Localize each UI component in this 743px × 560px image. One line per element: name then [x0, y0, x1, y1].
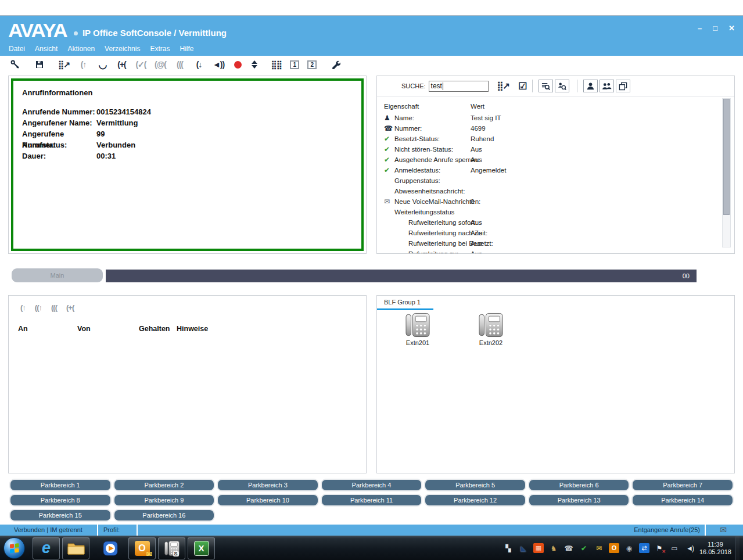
- avaya-logo: AVAYA: [8, 20, 67, 40]
- menu-item[interactable]: Datei: [9, 45, 25, 53]
- taskbar-outlook[interactable]: O✉: [128, 537, 156, 559]
- pickup-held-icon[interactable]: ((↑: [35, 303, 42, 312]
- tray-icon[interactable]: ⚑: [654, 543, 665, 553]
- park-area-button[interactable]: Parkbereich 15: [9, 509, 112, 522]
- park-area-button[interactable]: Parkbereich 1: [9, 479, 112, 491]
- menu-item[interactable]: Verzeichnis: [105, 45, 140, 53]
- menu-item[interactable]: Extras: [150, 45, 170, 53]
- voicemail-envelope-icon[interactable]: ✉: [720, 525, 727, 534]
- park-area-button[interactable]: Parkbereich 11: [321, 494, 423, 507]
- save-profile-icon[interactable]: [34, 60, 45, 69]
- cascade-windows-button[interactable]: [616, 80, 630, 92]
- dialpad-icon[interactable]: ⣿⣿: [271, 60, 282, 69]
- make-call-icon[interactable]: ⣿↗: [58, 60, 70, 69]
- hangup-icon[interactable]: ◡: [97, 60, 108, 70]
- search-person-button[interactable]: [555, 80, 569, 92]
- softconsole-s-badge: S: [173, 551, 179, 557]
- dial-search-icon[interactable]: ⣿↗: [497, 81, 510, 91]
- park-area-button[interactable]: Parkbereich 8: [9, 494, 112, 507]
- select-check-icon[interactable]: ☑: [518, 80, 526, 92]
- tray-icon[interactable]: ▚: [503, 543, 514, 553]
- record-call-icon[interactable]: [234, 61, 242, 69]
- park-area-button[interactable]: Parkbereich 3: [217, 479, 319, 491]
- reattempt-transfer-icon[interactable]: (@(: [155, 60, 166, 69]
- park-area-button[interactable]: Parkbereich 10: [217, 494, 319, 507]
- tray-icon[interactable]: ✉: [594, 543, 604, 553]
- park-area-button[interactable]: Parkbereich 16: [113, 509, 216, 522]
- show-groups-button[interactable]: [600, 80, 614, 92]
- show-users-button[interactable]: [583, 80, 598, 92]
- call-info-row: Angerufene Nummer: 99: [22, 128, 353, 139]
- blf-extension[interactable]: Extn202: [472, 312, 509, 346]
- page-icon[interactable]: ◄)): [213, 60, 224, 69]
- menu-item[interactable]: Aktionen: [67, 45, 95, 53]
- tray-icon[interactable]: ⇄: [639, 543, 649, 553]
- blf-extension[interactable]: Extn201: [399, 312, 436, 346]
- active-call-border: Anrufinformationen Anrufende Nummer: 001…: [11, 78, 364, 251]
- park-area-button[interactable]: Parkbereich 7: [631, 479, 734, 491]
- tray-icon[interactable]: ◉: [624, 543, 634, 553]
- park-area-button[interactable]: Parkbereich 5: [424, 479, 526, 491]
- park-area-button[interactable]: Parkbereich 6: [528, 479, 630, 491]
- taskbar-clock[interactable]: 11:39 16.05.2018: [699, 541, 731, 556]
- folder-icon: [67, 542, 85, 555]
- queue-tab-main[interactable]: Main: [12, 268, 103, 282]
- park-area-button[interactable]: Parkbereich 4: [321, 479, 423, 491]
- directory-property: Gruppenstatus:: [394, 177, 440, 184]
- call-info-row: Dauer: 00:31: [22, 150, 353, 161]
- door-1-icon[interactable]: 1: [290, 60, 299, 69]
- hold-call-icon[interactable]: (↓: [193, 60, 204, 69]
- scrollbar-thumb[interactable]: [723, 99, 730, 215]
- answer-held-icon[interactable]: (↑: [20, 303, 26, 312]
- login-icon[interactable]: [9, 60, 20, 69]
- search-input[interactable]: test: [429, 81, 489, 92]
- media-player-icon: [102, 540, 119, 557]
- resize-panels-icon[interactable]: [252, 60, 257, 69]
- directory-value: Angemeldet: [471, 167, 506, 174]
- missed-calls-status[interactable]: Entgangene Anrufe(25): [634, 526, 700, 533]
- complete-transfer-icon[interactable]: (✓(: [135, 60, 146, 69]
- park-area-button[interactable]: Parkbereich 9: [113, 494, 216, 507]
- start-button[interactable]: [3, 537, 25, 559]
- park-area-button[interactable]: Parkbereich 2: [113, 479, 216, 491]
- tray-icon[interactable]: ▭: [669, 543, 680, 553]
- park-area-button[interactable]: Parkbereich 14: [631, 494, 734, 507]
- tray-icon[interactable]: ☎: [563, 543, 574, 553]
- transfer-call-icon[interactable]: (+(: [116, 60, 127, 69]
- menu-item[interactable]: Hilfe: [180, 45, 193, 53]
- maximize-button[interactable]: □: [713, 24, 717, 33]
- tray-icon[interactable]: ♞: [548, 543, 559, 553]
- taskbar-softconsole[interactable]: S: [158, 537, 185, 559]
- taskbar-media-player[interactable]: [96, 537, 124, 559]
- transfer-held-icon[interactable]: (+(: [66, 303, 74, 312]
- call-info-rows: Anrufende Nummer: 0015234154824 Angerufe…: [22, 106, 353, 161]
- close-button[interactable]: ✕: [728, 24, 735, 33]
- tray-icon[interactable]: ◄): [684, 543, 695, 553]
- menu-item[interactable]: Ansicht: [35, 45, 58, 53]
- show-desktop-button[interactable]: [735, 536, 740, 560]
- tray-icon[interactable]: ▦: [533, 543, 544, 553]
- directory-search-row: SUCHE: test ⣿↗ ☑: [377, 76, 734, 96]
- minimize-button[interactable]: –: [698, 24, 702, 33]
- taskbar-excel[interactable]: X: [188, 537, 215, 559]
- value-column-header: Wert: [471, 103, 484, 110]
- search-directory-button[interactable]: [539, 80, 553, 92]
- conference-icon[interactable]: (((: [174, 60, 185, 69]
- divider: [137, 525, 138, 536]
- taskbar-internet-explorer[interactable]: e: [33, 537, 60, 559]
- tray-icon[interactable]: ✔: [579, 543, 589, 553]
- blf-group-tab[interactable]: BLF Group 1: [384, 299, 421, 306]
- tray-icon[interactable]: O: [609, 543, 619, 553]
- park-area-button[interactable]: Parkbereich 13: [528, 494, 630, 507]
- tray-icon[interactable]: ◣: [518, 543, 529, 553]
- call-info-label: Angerufener Name:: [22, 117, 96, 128]
- conference-held-icon[interactable]: (((: [51, 303, 57, 312]
- directory-row: ☎ Nummer: 4699: [377, 123, 734, 134]
- park-area-button[interactable]: Parkbereich 12: [424, 494, 526, 507]
- door-2-icon[interactable]: 2: [307, 60, 317, 69]
- taskbar-explorer[interactable]: [62, 537, 89, 559]
- answer-call-icon[interactable]: (↑: [78, 60, 89, 69]
- options-wrench-icon[interactable]: [330, 60, 341, 69]
- divider: [577, 80, 577, 92]
- directory-scrollbar[interactable]: [722, 98, 731, 247]
